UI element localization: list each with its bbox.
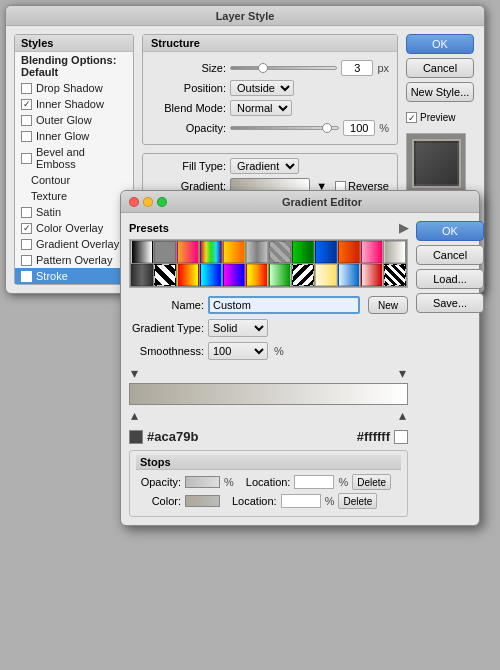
sidebar-item-contour[interactable]: Contour xyxy=(15,172,133,188)
bevel-emboss-checkbox[interactable] xyxy=(21,153,32,164)
inner-shadow-checkbox[interactable]: ✓ xyxy=(21,99,32,110)
preset-10[interactable] xyxy=(338,241,360,263)
preset-22[interactable] xyxy=(338,264,360,286)
size-input[interactable] xyxy=(341,60,373,76)
preset-4[interactable] xyxy=(200,241,222,263)
new-gradient-button[interactable]: New xyxy=(368,296,408,314)
sidebar-item-inner-glow[interactable]: Inner Glow xyxy=(15,128,133,144)
preset-13[interactable] xyxy=(131,264,153,286)
gradient-stop-markers-top: ▾ ▾ xyxy=(129,365,408,381)
sidebar-item-color-overlay-label: Color Overlay xyxy=(36,222,103,234)
preset-7[interactable] xyxy=(269,241,291,263)
drop-shadow-checkbox[interactable] xyxy=(21,83,32,94)
preset-9[interactable] xyxy=(315,241,337,263)
opacity-delete-button[interactable]: Delete xyxy=(352,474,391,490)
sidebar-item-contour-label: Contour xyxy=(31,174,70,186)
stroke-checkbox[interactable]: ✓ xyxy=(21,271,32,282)
preset-16[interactable] xyxy=(200,264,222,286)
gradient-editor-body: Presets ▶ xyxy=(121,213,479,525)
preset-15[interactable] xyxy=(177,264,199,286)
size-label: Size: xyxy=(151,62,226,74)
new-style-button[interactable]: New Style... xyxy=(406,82,474,102)
left-stop-bottom[interactable]: ▴ xyxy=(131,407,138,423)
opacity-location-input[interactable] xyxy=(294,475,334,489)
smoothness-unit: % xyxy=(274,345,284,357)
preview-label-container: ✓ Preview xyxy=(406,112,476,123)
stops-opacity-label: Opacity: xyxy=(136,476,181,488)
satin-checkbox[interactable] xyxy=(21,207,32,218)
fill-type-select[interactable]: Gradient Color Pattern xyxy=(230,158,299,174)
sidebar-item-pattern-overlay[interactable]: Pattern Overlay xyxy=(15,252,133,268)
sidebar-item-drop-shadow[interactable]: Drop Shadow xyxy=(15,80,133,96)
opacity-input[interactable] xyxy=(343,120,375,136)
preset-8[interactable] xyxy=(292,241,314,263)
traffic-light xyxy=(129,197,167,207)
inner-glow-checkbox[interactable] xyxy=(21,131,32,142)
gradient-main-bar[interactable] xyxy=(129,383,408,405)
color-overlay-checkbox[interactable]: ✓ xyxy=(21,223,32,234)
preset-5[interactable] xyxy=(223,241,245,263)
stops-color-label: Color: xyxy=(136,495,181,507)
preview-checkbox[interactable]: ✓ xyxy=(406,112,417,123)
ge-ok-button[interactable]: OK xyxy=(416,221,484,241)
preset-23[interactable] xyxy=(361,264,383,286)
sidebar-item-satin[interactable]: Satin xyxy=(15,204,133,220)
color-swatch[interactable] xyxy=(185,495,220,507)
blend-mode-select[interactable]: Normal xyxy=(230,100,292,116)
opacity-label: Opacity: xyxy=(151,122,226,134)
fill-type-row: Fill Type: Gradient Color Pattern xyxy=(151,158,389,174)
name-input[interactable] xyxy=(208,296,360,314)
right-stop-top[interactable]: ▾ xyxy=(399,365,406,381)
preset-20[interactable] xyxy=(292,264,314,286)
sidebar-item-bevel-emboss-label: Bevel and Emboss xyxy=(36,146,127,170)
sidebar-item-texture[interactable]: Texture xyxy=(15,188,133,204)
pattern-overlay-checkbox[interactable] xyxy=(21,255,32,266)
preset-18[interactable] xyxy=(246,264,268,286)
size-slider[interactable] xyxy=(230,66,337,70)
presets-expand-icon[interactable]: ▶ xyxy=(399,221,408,235)
preset-17[interactable] xyxy=(223,264,245,286)
sidebar-item-gradient-overlay[interactable]: Gradient Overlay xyxy=(15,236,133,252)
left-color-icon[interactable] xyxy=(129,430,143,444)
preset-6[interactable] xyxy=(246,241,268,263)
preset-12[interactable] xyxy=(384,241,406,263)
preset-3[interactable] xyxy=(177,241,199,263)
gradient-type-select[interactable]: Solid Noise xyxy=(208,319,268,337)
preset-19[interactable] xyxy=(269,264,291,286)
right-stop-bottom[interactable]: ▴ xyxy=(399,407,406,423)
color-delete-button[interactable]: Delete xyxy=(338,493,377,509)
preset-14[interactable] xyxy=(154,264,176,286)
preset-11[interactable] xyxy=(361,241,383,263)
right-color-icon[interactable] xyxy=(394,430,408,444)
ok-button[interactable]: OK xyxy=(406,34,474,54)
cancel-button[interactable]: Cancel xyxy=(406,58,474,78)
stops-location-label1: Location: xyxy=(246,476,291,488)
sidebar-item-blending[interactable]: Blending Options: Default xyxy=(15,52,133,80)
sidebar-item-inner-shadow[interactable]: ✓ Inner Shadow xyxy=(15,96,133,112)
sidebar-item-bevel-emboss[interactable]: Bevel and Emboss xyxy=(15,144,133,172)
opacity-row: Opacity: % xyxy=(151,120,389,136)
preset-1[interactable] xyxy=(131,241,153,263)
sidebar-item-stroke[interactable]: ✓ Stroke xyxy=(15,268,133,284)
left-stop-top[interactable]: ▾ xyxy=(131,365,138,381)
gradient-overlay-checkbox[interactable] xyxy=(21,239,32,250)
sidebar-title: Styles xyxy=(15,35,133,52)
opacity-slider[interactable] xyxy=(230,126,339,130)
presets-grid xyxy=(129,239,408,288)
preset-21[interactable] xyxy=(315,264,337,286)
position-select[interactable]: Outside Inside Center xyxy=(230,80,294,96)
sidebar-item-outer-glow[interactable]: Outer Glow xyxy=(15,112,133,128)
ge-cancel-button[interactable]: Cancel xyxy=(416,245,484,265)
preset-2[interactable] xyxy=(154,241,176,263)
right-hex-container: #ffffff xyxy=(357,429,408,444)
ge-load-button[interactable]: Load... xyxy=(416,269,484,289)
color-location-input[interactable] xyxy=(281,494,321,508)
sidebar-item-color-overlay[interactable]: ✓ Color Overlay xyxy=(15,220,133,236)
close-button[interactable] xyxy=(129,197,139,207)
zoom-button[interactable] xyxy=(157,197,167,207)
ge-save-button[interactable]: Save... xyxy=(416,293,484,313)
smoothness-select[interactable]: 100 xyxy=(208,342,268,360)
preset-24[interactable] xyxy=(384,264,406,286)
outer-glow-checkbox[interactable] xyxy=(21,115,32,126)
minimize-button[interactable] xyxy=(143,197,153,207)
